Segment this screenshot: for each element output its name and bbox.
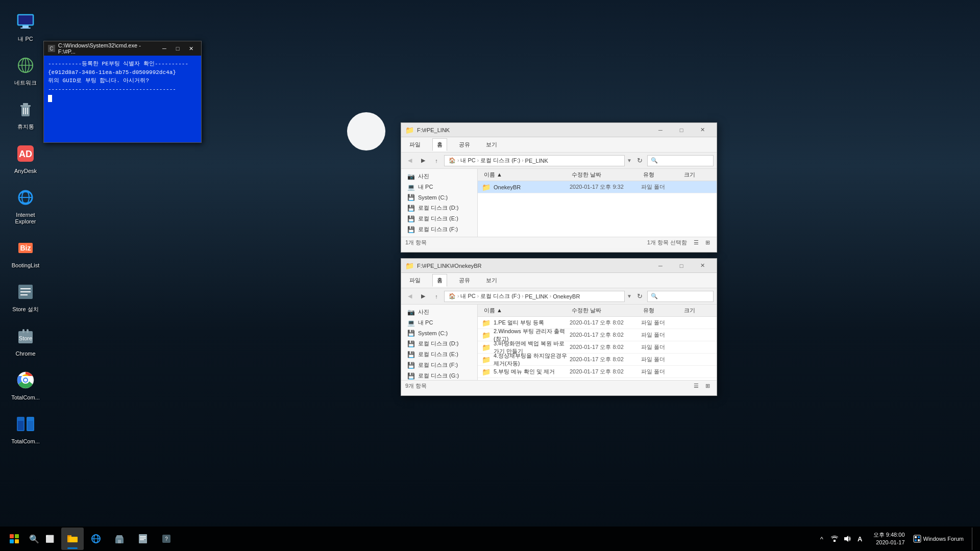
taskbar-right: ^ A (817, 528, 976, 550)
col2-type[interactable]: 유형 (641, 307, 682, 314)
explorer1-tab-file[interactable]: 파일 (405, 139, 425, 151)
table-row[interactable]: 📁 5.부팅 메뉴 확인 및 제거 2020-01-17 오후 8:02 파일 … (478, 366, 717, 378)
explorer1-search[interactable]: 🔍 (647, 155, 714, 166)
col-size-1[interactable]: 크기 (682, 171, 713, 179)
explorer1-tab-home[interactable]: 홈 (432, 138, 447, 151)
exp1-sidebar-photos[interactable]: 📷 사진 (401, 171, 477, 182)
exp1-sidebar-d[interactable]: 💾 로컬 디스크 (D:) (401, 203, 477, 213)
exp2-sidebar-e[interactable]: 💾 로컬 디스크 (E:) (401, 349, 477, 360)
explorer1-forward[interactable]: ▶ (418, 155, 429, 166)
folder-icon: 📁 (482, 183, 491, 191)
file-date: 2020-01-17 오후 8:02 (570, 319, 641, 327)
exp1-sidebar-e[interactable]: 💾 로컬 디스크 (E:) (401, 213, 477, 224)
explorer1-sidebar: 📷 사진 💻 내 PC 💾 System (C:) 💾 로컬 디스크 (D:) … (401, 169, 478, 237)
explorer1-titlebar: 📁 F:\#PE_LINK ─ □ ✕ (401, 123, 717, 137)
explorer2-forward[interactable]: ▶ (418, 291, 429, 302)
exp2-sidebar-f[interactable]: 💾 로컬 디스크 (F:) (401, 360, 477, 370)
desktop-icon-totalcmd[interactable]: TotalCom... (5, 408, 46, 449)
system-clock[interactable]: 오후 9:48:00 2020-01-17 (869, 531, 909, 547)
svg-text:?: ? (165, 536, 168, 542)
explorer1-tab-share[interactable]: 공유 (455, 139, 474, 151)
explorer1-addr-toggle[interactable]: ▼ (627, 155, 632, 166)
windows-forum-badge[interactable]: Windows Forum (913, 535, 964, 543)
table-row[interactable]: 📁 4.정상재부팅을 하지않은경우 제거(자동) 2020-01-17 오후 8… (478, 354, 717, 366)
explorer2-view-details[interactable]: ☰ (691, 382, 701, 391)
taskbar-app-explorer[interactable] (61, 528, 84, 550)
explorer2-up[interactable]: ↑ (431, 291, 442, 302)
exp2-sidebar-photos[interactable]: 📷 사진 (401, 307, 477, 317)
col2-name[interactable]: 이름 ▲ (482, 307, 570, 314)
desktop-icon-bootinglist[interactable]: Store 설치 (5, 276, 46, 317)
col-type-1[interactable]: 유형 (641, 171, 682, 179)
col-name-1[interactable]: 이름 ▲ (482, 171, 570, 179)
explorer2-ribbon: 파일 홈 공유 보기 (401, 273, 717, 288)
col-date-1[interactable]: 수정한 날짜 (570, 171, 641, 179)
explorer1-back[interactable]: ◀ (404, 155, 415, 166)
desktop-icon-chrome[interactable]: TotalCom... (5, 364, 46, 405)
desktop-icon-biz[interactable]: Biz BootingList (5, 232, 46, 273)
exp2-sidebar-c[interactable]: 💾 System (C:) (401, 328, 477, 338)
cmd-window: C C:\Windows\System32\cmd.exe - F:\#P...… (43, 41, 202, 143)
explorer2-search[interactable]: 🔍 (647, 291, 714, 302)
tray-lang-indicator[interactable]: A (855, 534, 865, 544)
explorer1-refresh[interactable]: ↻ (634, 155, 645, 166)
exp2-sidebar-mypc[interactable]: 💻 내 PC (401, 317, 477, 328)
cmd-maximize-button[interactable]: □ (172, 43, 184, 54)
explorer2-back[interactable]: ◀ (404, 291, 415, 302)
explorer1-up[interactable]: ↑ (431, 155, 442, 166)
start-button[interactable] (4, 529, 24, 549)
taskbar-app-store[interactable] (108, 528, 131, 550)
explorer2-refresh[interactable]: ↻ (634, 291, 645, 302)
exp1-sidebar-f[interactable]: 💾 로컬 디스크 (F:) (401, 224, 477, 235)
taskbar-app-unknown[interactable]: ? (155, 528, 178, 550)
show-desktop-button[interactable] (972, 528, 976, 550)
explorer1-maximize[interactable]: □ (671, 123, 692, 137)
addr2-pe: PE_LINK (525, 293, 548, 299)
taskbar-search-button[interactable]: 🔍 (27, 530, 42, 548)
desktop-icon-ie[interactable]: Internet Explorer (5, 181, 46, 229)
explorer2-tab-share[interactable]: 공유 (455, 274, 474, 286)
explorer1-tab-view[interactable]: 보기 (482, 139, 501, 151)
tray-sound-icon[interactable] (842, 534, 852, 544)
explorer2-content: 📁 1.PE 멀티 부팅 등록 2020-01-17 오후 8:02 파일 폴더… (478, 317, 717, 380)
explorer2-maximize[interactable]: □ (671, 259, 692, 273)
addr1-pc: 내 PC (460, 157, 475, 164)
exp1-sidebar-mypc[interactable]: 💻 내 PC (401, 182, 477, 192)
table-row[interactable]: 📁 Bin 2020-01-17 오후 8:02 파일 폴더 (478, 378, 717, 380)
explorer1-close[interactable]: ✕ (692, 123, 713, 137)
explorer2-close[interactable]: ✕ (692, 259, 713, 273)
exp1-sidebar-c[interactable]: 💾 System (C:) (401, 192, 477, 203)
explorer1-address-field[interactable]: 🏠 › 내 PC › 로컬 디스크 (F:) › PE_LINK (444, 155, 625, 166)
explorer2-address-field[interactable]: 🏠 › 내 PC › 로컬 디스크 (F:) › PE_LINK › Oneke… (444, 291, 625, 302)
cmd-minimize-button[interactable]: ─ (158, 43, 170, 54)
explorer2-addr-toggle[interactable]: ▼ (627, 291, 632, 302)
explorer2-tab-home[interactable]: 홈 (432, 274, 447, 287)
taskbar-app-notepad[interactable] (132, 528, 154, 550)
explorer2-tab-view[interactable]: 보기 (482, 274, 501, 286)
svg-rect-39 (69, 537, 78, 542)
tray-network-icon[interactable] (829, 534, 840, 544)
explorer1-view-large[interactable]: ⊞ (702, 238, 713, 247)
explorer1-title: F:\#PE_LINK (417, 127, 450, 133)
taskbar-app-ie[interactable] (85, 528, 107, 550)
desktop-icon-store[interactable]: Store Chrome (5, 320, 46, 361)
table-row[interactable]: 📁 OnekeyBR 2020-01-17 오후 9:32 파일 폴더 (478, 181, 717, 193)
explorer1-minimize[interactable]: ─ (650, 123, 671, 137)
cmd-close-button[interactable]: ✕ (185, 43, 197, 54)
desktop-icon-anydesk[interactable]: AD AnyDesk (5, 137, 46, 179)
col2-date[interactable]: 수정한 날짜 (570, 307, 641, 314)
exp2-sidebar-d[interactable]: 💾 로컬 디스크 (D:) (401, 338, 477, 349)
exp1-sidebar-g[interactable]: 💾 로컬 디스크 (G:) (401, 235, 477, 237)
desktop-icon-network[interactable]: 네트워크 (5, 49, 46, 90)
exp2-sidebar-g[interactable]: 💾 로컬 디스크 (G:) (401, 370, 477, 380)
file-type: 파일 폴더 (641, 343, 682, 351)
explorer2-minimize[interactable]: ─ (650, 259, 671, 273)
desktop-icon-recycle[interactable]: 휴지통 (5, 93, 46, 134)
taskbar-taskview-button[interactable]: ⬜ (42, 530, 57, 548)
explorer1-view-details[interactable]: ☰ (691, 238, 701, 247)
col2-size[interactable]: 크기 (682, 307, 713, 314)
desktop-icon-mypc[interactable]: 내 PC (5, 5, 46, 46)
tray-expand-button[interactable]: ^ (817, 534, 827, 544)
explorer2-view-large[interactable]: ⊞ (702, 382, 713, 391)
explorer2-tab-file[interactable]: 파일 (405, 274, 425, 286)
